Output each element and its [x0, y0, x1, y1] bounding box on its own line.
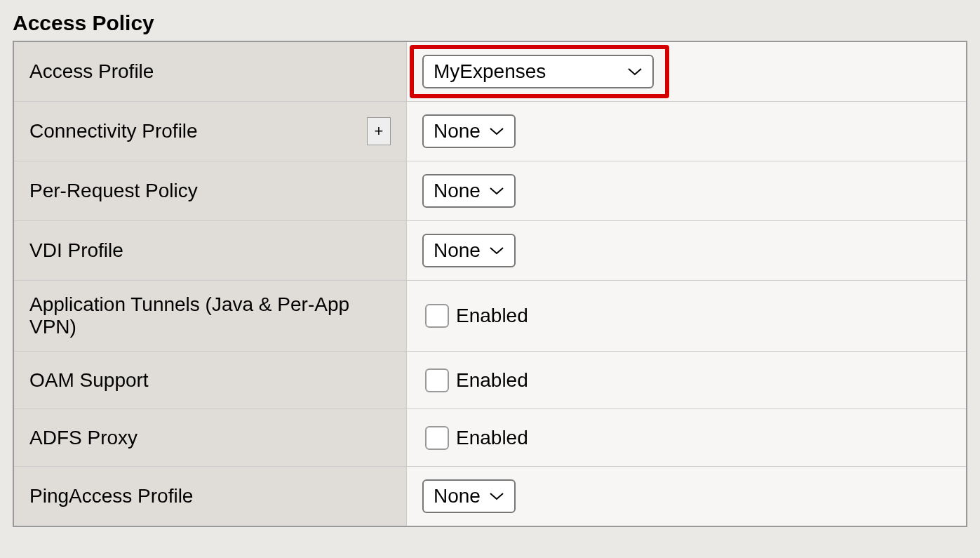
chevron-down-icon	[489, 246, 504, 255]
value-oam-support: Enabled	[407, 352, 966, 408]
label-text: ADFS Proxy	[29, 427, 137, 449]
vdi-profile-select[interactable]: None	[422, 234, 516, 267]
value-connectivity-profile: None	[407, 102, 966, 161]
label-access-profile: Access Profile	[14, 42, 407, 101]
per-request-policy-select[interactable]: None	[422, 174, 516, 208]
label-connectivity-profile: Connectivity Profile +	[14, 102, 407, 161]
label-text: Application Tunnels (Java & Per-App VPN)	[29, 293, 391, 338]
value-app-tunnels: Enabled	[407, 281, 966, 351]
section-title: Access Policy	[13, 11, 967, 35]
chevron-down-icon	[489, 491, 504, 501]
chevron-down-icon	[627, 67, 643, 77]
pingaccess-profile-select[interactable]: None	[422, 479, 516, 513]
label-text: Connectivity Profile	[29, 120, 198, 142]
access-policy-table: Access Profile MyExpenses Connectivity P…	[13, 41, 967, 527]
row-app-tunnels: Application Tunnels (Java & Per-App VPN)…	[14, 281, 966, 352]
value-per-request-policy: None	[407, 161, 966, 220]
label-oam-support: OAM Support	[14, 352, 407, 408]
label-text: OAM Support	[29, 369, 149, 392]
value-vdi-profile: None	[407, 221, 966, 280]
row-access-profile: Access Profile MyExpenses	[14, 42, 966, 102]
row-oam-support: OAM Support Enabled	[14, 352, 966, 409]
select-value: None	[434, 239, 481, 262]
value-access-profile: MyExpenses	[407, 42, 966, 101]
label-pingaccess-profile: PingAccess Profile	[14, 467, 407, 526]
label-adfs-proxy: ADFS Proxy	[14, 409, 407, 466]
label-per-request-policy: Per-Request Policy	[14, 161, 407, 220]
app-tunnels-checkbox[interactable]	[425, 304, 449, 328]
row-pingaccess-profile: PingAccess Profile None	[14, 467, 966, 526]
oam-support-checkbox[interactable]	[425, 368, 449, 392]
label-text: PingAccess Profile	[29, 485, 193, 507]
adfs-proxy-checkbox[interactable]	[425, 426, 449, 450]
label-text: Access Profile	[29, 60, 154, 83]
select-value: None	[434, 485, 481, 507]
chevron-down-icon	[489, 186, 504, 196]
label-text: Per-Request Policy	[29, 180, 198, 202]
row-per-request-policy: Per-Request Policy None	[14, 161, 966, 221]
label-text: VDI Profile	[29, 239, 123, 262]
value-pingaccess-profile: None	[407, 467, 966, 526]
connectivity-profile-select[interactable]: None	[422, 114, 516, 148]
select-value: None	[434, 180, 481, 202]
checkbox-label: Enabled	[456, 427, 528, 449]
row-connectivity-profile: Connectivity Profile + None	[14, 102, 966, 161]
label-app-tunnels: Application Tunnels (Java & Per-App VPN)	[14, 281, 407, 351]
value-adfs-proxy: Enabled	[407, 409, 966, 466]
row-vdi-profile: VDI Profile None	[14, 221, 966, 281]
row-adfs-proxy: ADFS Proxy Enabled	[14, 409, 966, 467]
checkbox-label: Enabled	[456, 369, 528, 392]
label-vdi-profile: VDI Profile	[14, 221, 407, 280]
add-connectivity-button[interactable]: +	[367, 117, 391, 145]
checkbox-label: Enabled	[456, 305, 528, 327]
chevron-down-icon	[489, 126, 504, 136]
access-profile-select[interactable]: MyExpenses	[422, 55, 654, 88]
select-value: None	[434, 120, 481, 142]
select-value: MyExpenses	[434, 60, 546, 83]
